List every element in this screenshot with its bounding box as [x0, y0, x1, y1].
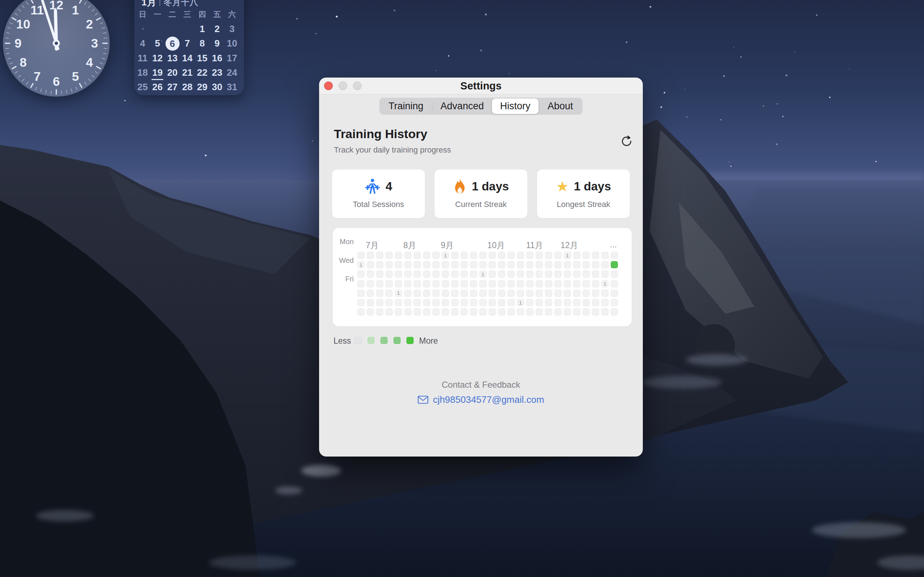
heatmap-cell: 1	[442, 252, 449, 259]
calendar-day: 10	[225, 37, 239, 50]
heatmap-month-label: 8月	[403, 240, 416, 251]
heatmap-cell	[489, 299, 496, 306]
star	[777, 103, 777, 104]
refresh-button[interactable]	[620, 134, 633, 148]
heatmap-cell	[442, 308, 449, 316]
contact-heading: Contact & Feedback	[319, 380, 643, 390]
heatmap-cell	[479, 299, 486, 306]
heatmap-cell	[460, 271, 468, 278]
heatmap-cell: 1	[395, 290, 402, 297]
heatmap-cell	[395, 280, 402, 287]
calendar-lunar-label: 冬月十八	[163, 0, 198, 8]
heatmap-cell	[507, 280, 515, 287]
first-of-month-badge: 1	[397, 290, 400, 296]
clock-tick	[66, 90, 67, 93]
legend-less-label: Less	[333, 336, 351, 346]
analog-clock-face: 123456789101112	[3, 0, 110, 97]
heatmap-cell	[451, 299, 459, 306]
star	[686, 116, 687, 117]
heatmap-cell	[573, 271, 580, 278]
calendar-day-selected: 6	[165, 36, 179, 50]
clock-tick	[8, 27, 11, 28]
heatmap-cell	[517, 280, 524, 287]
tab-about[interactable]: About	[538, 98, 582, 114]
heatmap-cell	[611, 271, 618, 278]
heatmap-cell	[404, 261, 412, 268]
heatmap-cell	[489, 271, 496, 278]
heatmap-cell	[386, 299, 393, 306]
clock-tick	[80, 84, 82, 87]
minimize-button[interactable]	[339, 82, 347, 90]
heatmap-cell	[395, 299, 402, 306]
heatmap-cell	[451, 271, 459, 278]
heatmap-cell	[404, 271, 412, 278]
heatmap-cell	[395, 252, 402, 259]
tab-advanced[interactable]: Advanced	[432, 98, 492, 114]
stat-card-current-streak: 1 days Current Streak	[435, 169, 527, 218]
clock-tick	[100, 63, 103, 64]
heatmap-cell	[564, 280, 571, 287]
clock-tick	[6, 33, 10, 34]
heatmap-cell	[414, 261, 421, 268]
first-of-month-badge: 1	[604, 280, 606, 287]
strength-training-icon	[365, 178, 380, 195]
clock-tick	[104, 38, 107, 38]
heatmap-cell	[507, 252, 515, 259]
clock-tick	[8, 58, 11, 59]
email-link[interactable]: cjh985034577@gmail.com	[319, 393, 643, 406]
heatmap-cell	[479, 290, 486, 297]
flame-icon	[453, 178, 467, 195]
heatmap-cell	[442, 261, 449, 268]
heatmap-cell	[601, 252, 609, 259]
heatmap-cell	[470, 252, 477, 259]
window-titlebar[interactable]: Settings	[319, 77, 643, 95]
heatmap-cell	[432, 252, 439, 259]
calendar-weekday-header: 五	[210, 8, 225, 21]
tab-training[interactable]: Training	[380, 98, 432, 114]
heatmap-cell	[545, 280, 552, 287]
heatmap-cell	[507, 308, 515, 316]
heatmap-cell	[601, 299, 609, 306]
star	[315, 33, 317, 34]
heatmap-cell	[526, 271, 533, 278]
star	[849, 69, 850, 69]
star	[795, 52, 795, 52]
zoom-button[interactable]	[353, 82, 362, 90]
calendar-day: 7	[180, 37, 195, 50]
heatmap-cell	[414, 290, 421, 297]
first-of-month-badge: 1	[444, 253, 447, 259]
clock-tick	[10, 23, 12, 24]
tab-history[interactable]: History	[492, 98, 539, 114]
first-of-month-badge: 1	[566, 253, 569, 259]
heatmap-cell	[498, 252, 505, 259]
calendar-day: 12	[150, 52, 165, 64]
calendar-day-underline	[152, 79, 163, 81]
heatmap-cell	[423, 252, 430, 259]
star	[485, 13, 486, 15]
heatmap-cell	[498, 308, 505, 316]
heatmap-cell	[489, 252, 496, 259]
legend-level-0	[354, 337, 362, 344]
heatmap-cell	[583, 290, 590, 297]
calendar-day: 2	[210, 23, 225, 35]
calendar-day: 4	[135, 37, 150, 50]
heatmap-cell	[526, 299, 533, 306]
heatmap-cell	[386, 261, 393, 268]
clock-widget[interactable]: 123456789101112	[3, 0, 110, 97]
clock-tick	[97, 18, 100, 20]
calendar-day: 25	[135, 81, 150, 93]
calendar-day: 31	[225, 81, 239, 93]
heatmap-cell	[367, 299, 374, 306]
close-button[interactable]	[324, 82, 333, 90]
heatmap-cell	[564, 261, 571, 268]
clock-number: 2	[86, 17, 93, 31]
calendar-widget[interactable]: 1月 冬月十八 日一二三四五六1234567891011121314151617…	[134, 0, 244, 95]
heatmap-cell	[386, 290, 393, 297]
star	[729, 161, 730, 163]
clock-tick	[6, 48, 9, 49]
envelope-icon	[418, 396, 428, 404]
heatmap-month-label: 10月	[487, 240, 505, 251]
star	[664, 92, 666, 94]
clock-tick	[18, 10, 21, 11]
calendar-month-label: 1月	[142, 0, 156, 9]
